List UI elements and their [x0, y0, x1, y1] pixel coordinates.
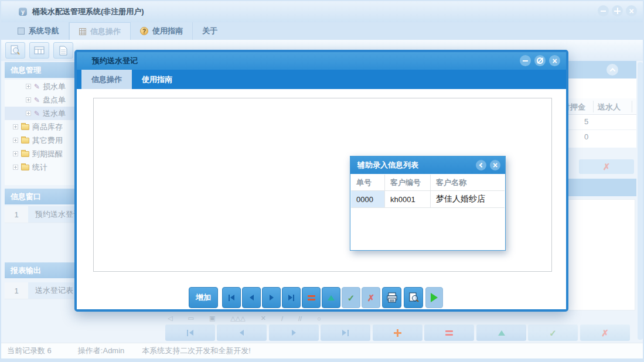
list-item-index: 1	[5, 282, 28, 299]
expand-icon[interactable]	[26, 84, 31, 89]
tree-label: 统计	[32, 162, 47, 173]
tree-label: 商品库存	[32, 122, 63, 132]
column-deliverer: 送水人	[598, 102, 621, 112]
cancel-button[interactable]: ✗	[580, 325, 630, 341]
folder-icon	[21, 165, 29, 170]
sheet-icon: ✎	[34, 110, 40, 117]
system-nav-icon	[18, 28, 25, 35]
next-record-icon[interactable]	[262, 287, 281, 308]
nav-prev-button[interactable]	[217, 325, 267, 341]
print-preview-icon[interactable]	[404, 287, 423, 308]
dialog-tab-info-operation[interactable]: 信息操作	[81, 70, 132, 89]
expand-icon[interactable]	[13, 124, 18, 129]
nav-first-button[interactable]	[165, 325, 215, 341]
tab-label: 系统导航	[29, 26, 59, 36]
first-record-icon[interactable]	[222, 287, 241, 308]
header-order-no[interactable]: 单号	[351, 175, 385, 191]
header-customer-name[interactable]: 客户名称	[431, 175, 505, 191]
nav-next-button[interactable]	[269, 325, 319, 341]
prev-record-icon[interactable]	[242, 287, 261, 308]
tab-label: 信息操作	[90, 26, 121, 37]
status-record-count: 当前记录数 6	[7, 346, 52, 356]
main-tab-bar: 系统导航 信息操作 ? 使用指南 关于	[1, 22, 643, 40]
title-bar: y 桶装水配送管理系统(非注册用户)	[1, 1, 643, 22]
grid-icon	[79, 28, 86, 35]
nav-last-button[interactable]	[321, 325, 370, 341]
cancel-icon[interactable]: ✗	[362, 287, 380, 308]
folder-icon	[21, 138, 29, 144]
edit-icon[interactable]	[322, 287, 340, 308]
cancel-button-disabled[interactable]: ✗	[579, 159, 634, 174]
header-customer-code[interactable]: 客户编号	[385, 175, 431, 191]
popup-table-header: 单号 客户编号 客户名称	[351, 175, 505, 191]
tab-label: 使用指南	[152, 26, 183, 36]
status-operator: 操作者:Admin	[78, 346, 124, 356]
tab-label: 关于	[202, 26, 217, 36]
back-icon[interactable]	[476, 160, 486, 170]
confirm-icon[interactable]: ✓	[342, 287, 360, 308]
print-icon[interactable]	[382, 287, 401, 308]
window-controls: ×	[598, 5, 637, 16]
help-icon: ?	[140, 27, 148, 35]
delete-icon[interactable]	[302, 287, 321, 308]
status-bar: 当前记录数 6 操作者:Admin 本系统支持二次开发和全新开发!	[1, 343, 643, 358]
dialog-tab-bar: 信息操作 使用指南	[77, 70, 566, 89]
popup-title: 辅助录入信息列表	[357, 160, 418, 170]
tree-label: 送水单	[43, 108, 66, 119]
tree-label: 到期提醒	[32, 149, 63, 159]
close-icon[interactable]: ×	[490, 160, 500, 170]
close-icon[interactable]: ×	[626, 5, 637, 16]
minimize-icon[interactable]	[520, 55, 531, 66]
tab-user-guide[interactable]: ? 使用指南	[131, 22, 193, 40]
dialog-tab-user-guide[interactable]: 使用指南	[132, 70, 182, 89]
tree-label: 其它费用	[32, 135, 63, 146]
search-document-icon[interactable]	[5, 42, 25, 59]
tab-system-nav[interactable]: 系统导航	[8, 22, 69, 40]
expand-icon[interactable]	[13, 151, 18, 156]
popup-title-bar[interactable]: 辅助录入信息列表 ×	[350, 156, 505, 174]
cell-deposit: 0	[584, 132, 588, 141]
cell-customer-name[interactable]: 梦佳人婚纱店	[431, 191, 505, 208]
document-icon[interactable]	[53, 42, 73, 59]
last-record-icon[interactable]	[282, 287, 301, 308]
folder-icon	[21, 151, 29, 157]
sheet-icon: ✎	[34, 97, 40, 104]
aux-input-list-popup: 辅助录入信息列表 × 单号 客户编号 客户名称 0000 kh0001 梦佳人婚…	[350, 156, 506, 251]
add-record-button[interactable]	[373, 325, 422, 341]
expand-icon[interactable]	[26, 97, 31, 103]
list-item-index: 1	[5, 206, 28, 223]
folder-icon	[21, 124, 29, 130]
cell-customer-code[interactable]: kh0001	[385, 191, 431, 208]
expand-icon[interactable]	[13, 165, 18, 170]
edit-record-button[interactable]	[476, 325, 526, 341]
scrollbar[interactable]	[638, 62, 643, 340]
dialog-controls: ×	[520, 55, 560, 66]
block-icon[interactable]	[534, 55, 546, 66]
dialog-title: 预约送水登记	[92, 56, 138, 66]
delete-record-button[interactable]	[424, 325, 474, 341]
cell-order-no[interactable]: 0000	[351, 191, 385, 208]
dialog-title-bar[interactable]: 预约送水登记 ×	[77, 52, 566, 70]
tab-about[interactable]: 关于	[193, 22, 227, 40]
tree-label: 盘点单	[43, 95, 66, 105]
status-message: 本系统支持二次开发和全新开发!	[142, 346, 251, 356]
expand-icon[interactable]	[26, 111, 31, 116]
chevron-up-icon[interactable]	[606, 64, 618, 76]
popup-controls: ×	[476, 160, 500, 170]
tab-info-operation[interactable]: 信息操作	[69, 22, 131, 40]
expand-icon[interactable]	[13, 138, 18, 143]
table-row[interactable]: 0000 kh0001 梦佳人婚纱店	[351, 191, 505, 208]
add-button[interactable]: 增加	[189, 287, 218, 308]
run-icon[interactable]	[425, 287, 443, 308]
maximize-icon[interactable]	[612, 5, 623, 16]
tree-label: 损水单	[43, 81, 66, 92]
app-icon: y	[19, 8, 27, 16]
minimize-icon[interactable]	[598, 5, 609, 16]
table-icon[interactable]	[29, 42, 49, 59]
application-window: y 桶装水配送管理系统(非注册用户) × 系统导航 信息操作 ? 使用指南 关于	[0, 0, 644, 362]
close-icon[interactable]: ×	[549, 55, 560, 66]
cell-deposit: 5	[584, 117, 588, 126]
window-title: 桶装水配送管理系统(非注册用户)	[32, 6, 144, 17]
background-toolbar-partial: ◁▭▣△△△✕///○	[168, 313, 472, 322]
confirm-button[interactable]: ✓	[528, 325, 578, 341]
